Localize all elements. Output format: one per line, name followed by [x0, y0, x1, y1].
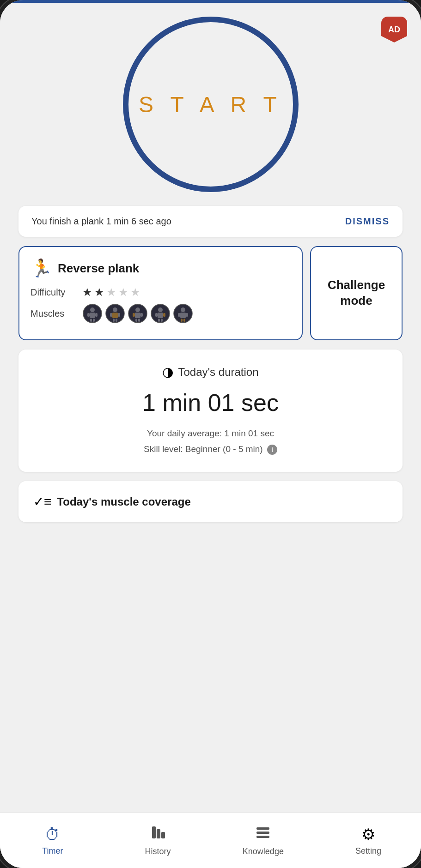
svg-rect-25: [163, 313, 165, 317]
star-4: ★: [118, 286, 128, 299]
duration-value: 1 min 01 sec: [33, 389, 388, 416]
nav-label-setting: Setting: [355, 846, 381, 856]
star-3: ★: [106, 286, 116, 299]
nav-item-setting[interactable]: ⚙ Setting: [316, 820, 421, 861]
svg-rect-10: [110, 313, 112, 317]
exercise-card[interactable]: 🏃 Reverse plank Difficulty ★ ★ ★ ★ ★ Mus…: [18, 246, 303, 340]
svg-rect-6: [93, 319, 95, 322]
svg-point-29: [181, 307, 185, 312]
svg-rect-38: [256, 827, 269, 830]
svg-rect-37: [161, 832, 165, 838]
svg-rect-11: [118, 313, 120, 317]
difficulty-stars: ★ ★ ★ ★ ★: [82, 286, 140, 299]
muscle-coverage-title: Today's muscle coverage: [57, 495, 190, 508]
challenge-card[interactable]: Challenge mode: [310, 246, 403, 340]
svg-rect-9: [112, 313, 118, 318]
muscle-coverage-header: ✓≡ Today's muscle coverage: [33, 494, 388, 509]
nav-item-timer[interactable]: ⏱ Timer: [0, 821, 105, 861]
svg-rect-30: [180, 313, 186, 318]
duration-card: ◑ Today's duration 1 min 01 sec Your dai…: [18, 350, 403, 472]
nav-item-knowledge[interactable]: Knowledge: [211, 820, 316, 861]
difficulty-label: Difficulty: [31, 287, 77, 298]
dismiss-card: You finish a plank 1 min 6 sec ago DISMI…: [18, 206, 403, 237]
duration-header: ◑ Today's duration: [33, 364, 388, 380]
svg-rect-31: [178, 313, 180, 317]
svg-rect-20: [138, 319, 140, 322]
nav-item-history[interactable]: History: [105, 820, 211, 861]
muscles-row: Muscles: [31, 303, 291, 324]
daily-average: Your daily average: 1 min 01 sec: [147, 428, 274, 438]
svg-rect-35: [152, 826, 156, 838]
svg-rect-27: [161, 319, 163, 322]
half-moon-icon: ◑: [162, 364, 173, 380]
svg-rect-13: [116, 319, 117, 322]
app-content: AD S T A R T You finish a plank 1 min 6 …: [0, 3, 421, 868]
duration-subtitle: Your daily average: 1 min 01 sec Skill l…: [33, 426, 388, 457]
svg-rect-26: [158, 319, 160, 322]
bottom-nav: ⏱ Timer History: [0, 813, 421, 868]
svg-rect-17: [133, 313, 135, 317]
muscle-fig-4: [150, 303, 171, 324]
svg-rect-36: [157, 829, 160, 838]
info-icon[interactable]: i: [267, 445, 277, 455]
start-button[interactable]: S T A R T: [123, 17, 299, 192]
muscles-label: Muscles: [31, 308, 77, 319]
muscle-fig-2: [105, 303, 125, 324]
skill-level: Skill level: Beginner (0 - 5 min): [144, 444, 263, 454]
svg-point-15: [135, 307, 140, 312]
phone-frame: AD S T A R T You finish a plank 1 min 6 …: [0, 0, 421, 868]
muscle-coverage-card[interactable]: ✓≡ Today's muscle coverage: [18, 481, 403, 522]
svg-point-1: [90, 307, 95, 312]
svg-rect-18: [140, 313, 143, 317]
muscle-fig-5: [173, 303, 193, 324]
nav-label-knowledge: Knowledge: [243, 847, 284, 856]
svg-rect-24: [155, 313, 158, 317]
star-5: ★: [130, 286, 140, 299]
svg-rect-12: [113, 319, 115, 322]
timer-icon: ⏱: [45, 826, 61, 844]
dismiss-button[interactable]: DISMISS: [345, 216, 390, 227]
ad-badge[interactable]: AD: [381, 17, 407, 42]
dismiss-message: You finish a plank 1 min 6 sec ago: [31, 216, 171, 227]
svg-rect-5: [90, 319, 92, 322]
muscle-figures: [82, 303, 193, 324]
svg-point-8: [113, 307, 117, 312]
knowledge-icon: [255, 825, 271, 844]
exercise-name: Reverse plank: [58, 261, 139, 276]
muscle-fig-1: [82, 303, 103, 324]
start-label: S T A R T: [139, 92, 282, 117]
svg-rect-2: [90, 313, 95, 318]
nav-label-history: History: [145, 847, 171, 856]
nav-label-timer: Timer: [42, 846, 63, 856]
svg-rect-32: [186, 313, 188, 317]
exercise-figure: 🏃: [31, 258, 52, 278]
svg-rect-3: [87, 313, 90, 317]
top-area: AD S T A R T: [0, 3, 421, 197]
svg-rect-40: [256, 836, 269, 838]
star-2: ★: [94, 286, 104, 299]
history-icon: [150, 825, 166, 844]
setting-icon: ⚙: [361, 825, 375, 844]
duration-title: Today's duration: [178, 366, 258, 379]
svg-rect-39: [256, 832, 269, 834]
star-1: ★: [82, 286, 92, 299]
svg-rect-23: [158, 313, 163, 318]
exercise-row: 🏃 Reverse plank Difficulty ★ ★ ★ ★ ★ Mus…: [18, 246, 403, 340]
challenge-label: Challenge mode: [322, 277, 390, 309]
exercise-header: 🏃 Reverse plank: [31, 258, 291, 278]
svg-point-22: [158, 307, 163, 312]
svg-rect-4: [95, 313, 98, 317]
svg-rect-16: [135, 313, 140, 318]
svg-rect-19: [135, 319, 137, 322]
checklist-icon: ✓≡: [33, 494, 51, 509]
svg-rect-33: [181, 319, 183, 322]
difficulty-row: Difficulty ★ ★ ★ ★ ★: [31, 286, 291, 299]
muscle-fig-3: [128, 303, 148, 324]
svg-rect-34: [183, 319, 185, 322]
